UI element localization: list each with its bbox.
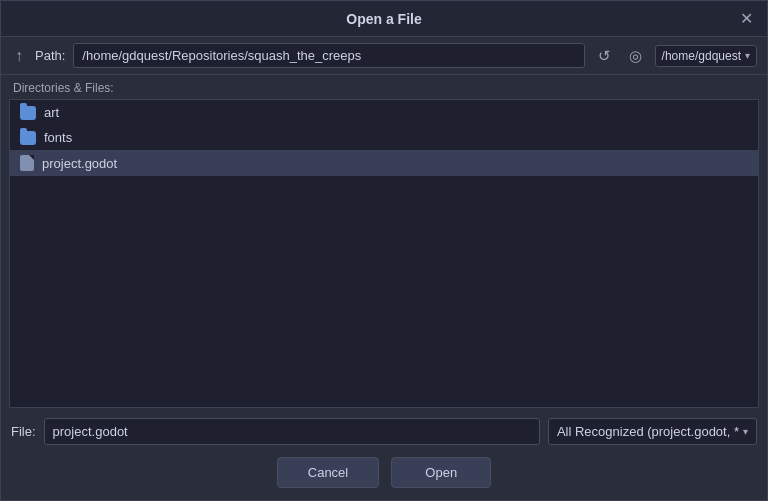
path-input[interactable] bbox=[73, 43, 584, 68]
actions-bar: Cancel Open bbox=[1, 453, 767, 500]
open-file-dialog: Open a File ✕ ↑ Path: ↺ ◎ /home/gdquest … bbox=[0, 0, 768, 501]
file-list[interactable]: art fonts project.godot bbox=[9, 99, 759, 408]
list-item[interactable]: art bbox=[10, 100, 758, 125]
path-bar: ↑ Path: ↺ ◎ /home/gdquest ▾ bbox=[1, 37, 767, 75]
close-button[interactable]: ✕ bbox=[735, 8, 757, 30]
list-item[interactable]: fonts bbox=[10, 125, 758, 150]
path-label: Path: bbox=[35, 48, 65, 63]
filter-label: All Recognized (project.godot, * bbox=[557, 424, 739, 439]
back-button[interactable]: ↑ bbox=[11, 45, 27, 67]
file-icon bbox=[20, 155, 34, 171]
folder-icon bbox=[20, 131, 36, 145]
item-name: fonts bbox=[44, 130, 72, 145]
eye-button[interactable]: ◎ bbox=[624, 45, 647, 67]
cancel-button[interactable]: Cancel bbox=[277, 457, 379, 488]
refresh-button[interactable]: ↺ bbox=[593, 45, 616, 67]
open-button[interactable]: Open bbox=[391, 457, 491, 488]
title-bar: Open a File ✕ bbox=[1, 1, 767, 37]
dialog-title: Open a File bbox=[346, 11, 421, 27]
filter-chevron: ▾ bbox=[743, 426, 748, 437]
file-name-input[interactable] bbox=[44, 418, 540, 445]
bottom-bar: File: All Recognized (project.godot, * ▾ bbox=[1, 414, 767, 453]
bookmark-label: /home/gdquest bbox=[662, 49, 741, 63]
list-item[interactable]: project.godot bbox=[10, 150, 758, 176]
file-label: File: bbox=[11, 424, 36, 439]
bookmark-chevron: ▾ bbox=[745, 50, 750, 61]
bookmarks-dropdown[interactable]: /home/gdquest ▾ bbox=[655, 45, 757, 67]
item-name: project.godot bbox=[42, 156, 117, 171]
folder-icon bbox=[20, 106, 36, 120]
section-label: Directories & Files: bbox=[1, 75, 767, 99]
item-name: art bbox=[44, 105, 59, 120]
filter-dropdown[interactable]: All Recognized (project.godot, * ▾ bbox=[548, 418, 757, 445]
